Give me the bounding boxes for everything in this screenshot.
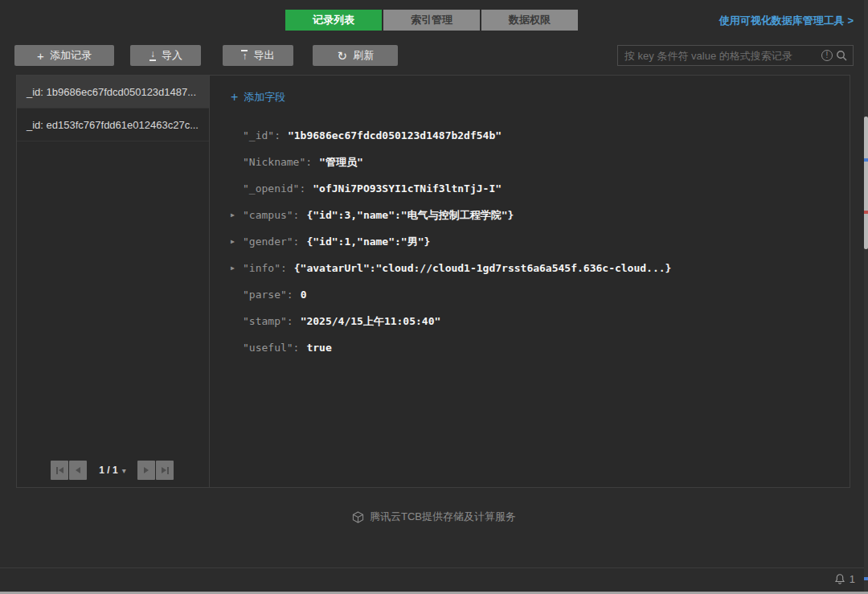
visual-db-tool-link[interactable]: 使用可视化数据库管理工具 > [719,14,854,28]
notification-button[interactable]: 1 [834,572,855,585]
json-value[interactable]: "ofJNi7PO93SYI1cTNif3ltnTjJ-I" [313,182,502,195]
import-label: 导入 [162,48,182,63]
pagination: 1 / 1 ▾ [51,461,174,480]
export-button[interactable]: ↑ 导出 [223,45,293,66]
page-indicator-dropdown[interactable]: 1 / 1 ▾ [90,461,135,480]
json-key: "stamp": [243,315,293,327]
record-panel: _id: 1b9686ec67fdcd050123d1487... _id: e… [16,75,850,488]
tab-group: 记录列表 索引管理 数据权限 [285,10,578,31]
next-page-button[interactable] [137,461,155,480]
notification-count: 1 [850,573,855,585]
json-value[interactable]: true [306,342,331,354]
import-icon: ↓ [149,50,156,61]
export-label: 导出 [253,48,274,63]
record-id-list: _id: 1b9686ec67fdcd050123d1487... _id: e… [17,76,210,487]
json-field-row: ▶ "campus": {"id":3,"name":"电气与控制工程学院"} [231,202,850,228]
json-value[interactable]: "1b9686ec67fdcd050123d1487b2df54b" [288,129,502,141]
json-value[interactable]: "管理员" [319,155,363,170]
tcb-logo-icon [352,511,364,523]
plus-icon: + [37,50,44,62]
refresh-label: 刷新 [353,48,374,63]
search-input[interactable] [618,46,821,65]
json-field-row: "_id": "1b9686ec67fdcd050123d1487b2df54b… [231,122,850,149]
json-field-list: "_id": "1b9686ec67fdcd050123d1487b2df54b… [231,122,850,361]
skip-first-icon [59,467,63,473]
json-key: "campus": [243,209,299,221]
expand-arrow-icon[interactable]: ▶ [231,211,243,219]
chevron-down-icon: ▾ [122,466,126,475]
tab-index-management[interactable]: 索引管理 [383,10,480,31]
last-page-button[interactable] [156,461,174,480]
page-indicator: 1 / 1 [99,465,117,476]
json-field-row: ▶ "gender": {"id":1,"name":"男"} [231,228,850,255]
prev-page-button[interactable] [69,461,87,480]
json-value[interactable]: {"id":1,"name":"男"} [306,235,430,249]
record-list-item[interactable]: _id: ed153fc767fdd61e012463c27c... [17,109,209,141]
add-field-label: 添加字段 [244,90,285,104]
json-field-row: "parse": 0 [231,281,850,308]
first-page-button[interactable] [51,461,68,480]
json-field-row: "useful": true [231,334,850,361]
add-record-label: 添加记录 [50,48,92,63]
record-list-item[interactable]: _id: 1b9686ec67fdcd050123d1487... [17,76,209,109]
json-value[interactable]: {"id":3,"name":"电气与控制工程学院"} [306,208,514,223]
scroll-marker [864,577,868,580]
record-detail: + 添加字段 "_id": "1b9686ec67fdcd050123d1487… [210,76,850,487]
add-record-button[interactable]: + 添加记录 [14,45,114,66]
json-value[interactable]: 0 [301,289,307,301]
json-key: "_id": [243,129,280,141]
add-field-button[interactable]: + 添加字段 [231,89,285,105]
json-key: "parse": [243,289,293,301]
json-key: "_openid": [243,182,305,195]
json-field-row: ▶ "info": {"avatarUrl":"cloud://cloud1-1… [231,255,850,281]
json-key: "Nickname": [243,156,312,168]
skip-last-icon [167,467,169,474]
scrollbar-thumb[interactable] [864,117,868,249]
json-field-row: "Nickname": "管理员" [231,149,850,175]
scroll-marker [864,158,868,162]
json-key: "useful": [243,342,299,354]
json-value[interactable]: {"avatarUrl":"cloud://cloud1-1gd7rsst6a6… [294,262,672,274]
json-key: "gender": [243,236,299,248]
plus-icon: + [231,91,238,104]
chevron-right-icon [144,467,149,473]
refresh-icon: ↻ [338,50,348,62]
search-icon[interactable] [836,50,847,61]
top-tab-bar: 记录列表 索引管理 数据权限 使用可视化数据库管理工具 > [0,10,868,31]
export-icon: ↑ [241,50,248,61]
scroll-marker [864,211,868,214]
json-field-row: "_openid": "ofJNi7PO93SYI1cTNif3ltnTjJ-I… [231,175,850,202]
skip-first-icon [56,467,58,474]
statusbar-divider [0,567,868,568]
refresh-button[interactable]: ↻ 刷新 [313,45,398,66]
footer: 腾讯云TCB提供存储及计算服务 [0,510,868,524]
record-toolbar: + 添加记录 ↓ 导入 ↑ 导出 ↻ 刷新 ! [14,45,854,66]
search-box: ! [617,45,854,66]
footer-text: 腾讯云TCB提供存储及计算服务 [370,510,516,524]
bell-icon [834,572,845,585]
json-value[interactable]: "2025/4/15上午11:05:40" [301,314,441,329]
expand-arrow-icon[interactable]: ▶ [231,238,243,245]
import-button[interactable]: ↓ 导入 [130,45,201,66]
tcb-database-console: 记录列表 索引管理 数据权限 使用可视化数据库管理工具 > + 添加记录 ↓ 导… [0,0,868,594]
skip-last-icon [162,467,166,473]
search-help-icon[interactable]: ! [821,50,833,61]
tab-data-permissions[interactable]: 数据权限 [481,10,578,31]
tab-record-list[interactable]: 记录列表 [285,10,382,31]
chevron-left-icon [76,467,80,473]
scrollbar-track[interactable] [864,0,868,592]
expand-arrow-icon[interactable]: ▶ [231,264,243,272]
json-key: "info": [243,262,287,274]
json-field-row: "stamp": "2025/4/15上午11:05:40" [231,308,850,334]
